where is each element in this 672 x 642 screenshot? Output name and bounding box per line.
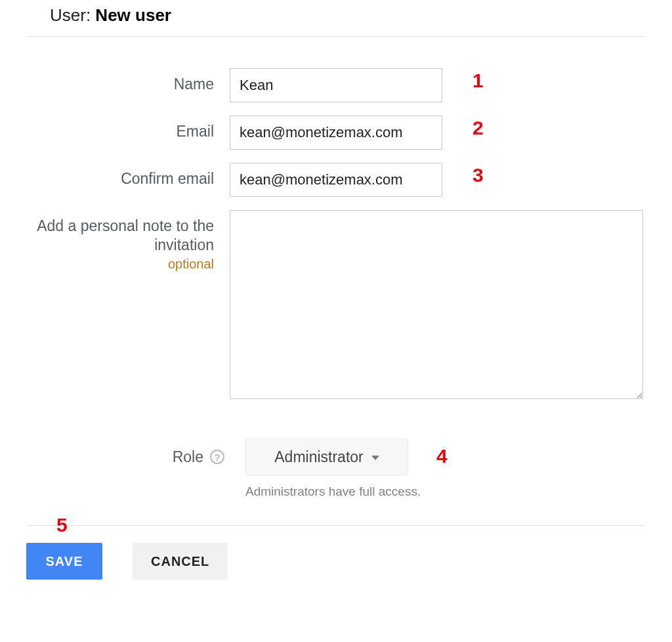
- page-title-value: New user: [95, 5, 171, 25]
- row-confirm-email: Confirm email 3: [26, 163, 646, 197]
- user-form: Name 1 Email 2 Confirm email 3 Add a per…: [26, 68, 646, 399]
- name-input[interactable]: [230, 68, 442, 102]
- row-role: Role ? Administrator 4: [26, 439, 646, 475]
- label-note: Add a personal note to the invitation op…: [26, 210, 230, 272]
- label-role: Role ?: [26, 448, 230, 466]
- email-input[interactable]: [230, 116, 442, 150]
- page-title: User: New user: [26, 5, 646, 37]
- save-button[interactable]: SAVE: [26, 543, 102, 580]
- form-actions: SAVE CANCEL: [26, 543, 646, 580]
- role-description: Administrators have full access.: [245, 484, 646, 499]
- label-name: Name: [26, 68, 230, 94]
- cancel-button[interactable]: CANCEL: [133, 543, 228, 580]
- row-name: Name 1: [26, 68, 646, 102]
- role-dropdown[interactable]: Administrator: [245, 439, 408, 475]
- row-note: Add a personal note to the invitation op…: [26, 210, 646, 399]
- section-divider: 5: [26, 525, 646, 526]
- page-title-prefix: User:: [50, 5, 91, 25]
- label-note-optional: optional: [26, 256, 214, 272]
- help-icon[interactable]: ?: [210, 450, 224, 464]
- row-email: Email 2: [26, 116, 646, 150]
- role-selected-value: Administrator: [274, 448, 363, 466]
- annotation-1: 1: [472, 70, 484, 92]
- label-role-text: Role: [173, 448, 203, 466]
- annotation-4: 4: [436, 445, 448, 467]
- chevron-down-icon: [371, 456, 379, 460]
- role-section: Role ? Administrator 4 Administrators ha…: [26, 439, 646, 499]
- note-textarea[interactable]: [230, 210, 643, 399]
- label-confirm-email: Confirm email: [26, 163, 230, 188]
- label-email: Email: [26, 116, 230, 141]
- annotation-5: 5: [56, 514, 68, 536]
- annotation-3: 3: [472, 164, 484, 186]
- confirm-email-input[interactable]: [230, 163, 442, 197]
- label-note-main: Add a personal note to the invitation: [37, 217, 214, 253]
- annotation-2: 2: [472, 117, 484, 139]
